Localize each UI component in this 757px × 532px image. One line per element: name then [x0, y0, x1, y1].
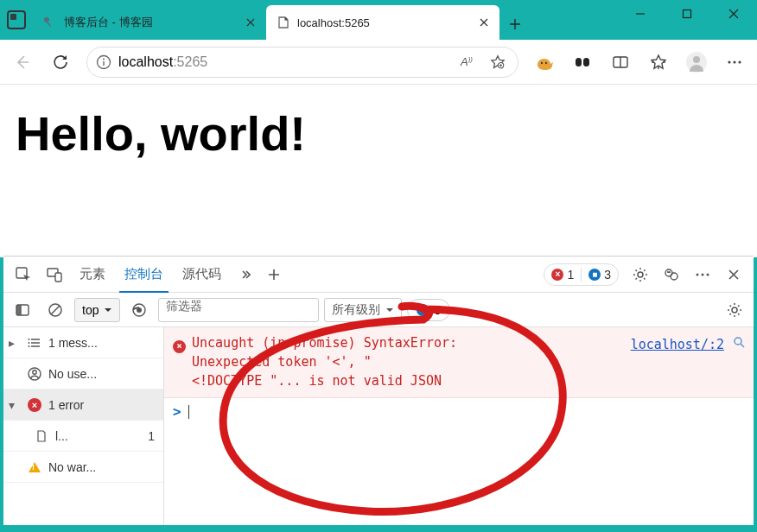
- add-tab-icon[interactable]: [259, 268, 289, 282]
- console-output: × Uncaught (in promise) SyntaxError: Une…: [164, 327, 754, 525]
- tab-sources[interactable]: 源代码: [174, 256, 230, 292]
- svg-rect-14: [55, 273, 61, 282]
- live-expression-icon[interactable]: [125, 296, 153, 324]
- reload-button[interactable]: [43, 45, 78, 79]
- feedback-icon[interactable]: [657, 260, 686, 289]
- error-source-link[interactable]: localhost/:2: [631, 336, 724, 355]
- svg-rect-0: [684, 10, 691, 18]
- devtools-panel: 元素 控制台 源代码 × 1 ■ 3: [3, 256, 754, 525]
- minimize-button[interactable]: [617, 0, 664, 28]
- log-level-selector[interactable]: 所有级别: [324, 298, 402, 322]
- extension-cat-icon[interactable]: [527, 45, 562, 79]
- svg-point-18: [697, 273, 699, 276]
- inspect-element-icon[interactable]: [9, 260, 38, 289]
- error-icon: ×: [173, 336, 186, 355]
- console-sidebar: ▸ 1 mess... No use... ▾ × 1 error: [3, 327, 164, 525]
- split-screen-icon[interactable]: [603, 45, 638, 79]
- devtools-tabbar: 元素 控制台 源代码 × 1 ■ 3: [3, 256, 754, 293]
- tab-favicon: [277, 16, 290, 29]
- maximize-button[interactable]: [664, 0, 710, 28]
- user-icon: [26, 365, 43, 383]
- chevron-down-icon: [104, 306, 112, 314]
- close-window-button[interactable]: [710, 0, 757, 28]
- info-dot-icon: ■: [588, 269, 601, 281]
- tab-favicon: [43, 16, 57, 29]
- new-tab-button[interactable]: [499, 9, 531, 40]
- svg-point-28: [29, 342, 30, 344]
- settings-icon[interactable]: [626, 260, 655, 289]
- console-prompt[interactable]: >: [164, 398, 754, 425]
- inspect-link-icon[interactable]: [733, 336, 745, 348]
- svg-rect-5: [583, 58, 589, 66]
- svg-point-11: [738, 60, 741, 63]
- info-dot-icon: ■: [417, 304, 429, 316]
- tab-title: localhost:5265: [297, 16, 470, 29]
- sidebar-item-user-messages[interactable]: No use...: [3, 358, 163, 390]
- svg-point-29: [29, 345, 30, 347]
- chevron-down-icon: [385, 306, 394, 314]
- info-count: 3: [604, 268, 611, 282]
- more-options-icon[interactable]: [688, 260, 717, 289]
- tab-close-button[interactable]: [477, 16, 491, 29]
- clear-console-icon[interactable]: [41, 296, 69, 324]
- svg-point-8: [693, 56, 700, 63]
- console-filter-input[interactable]: 筛选器: [158, 298, 319, 322]
- console-error-entry[interactable]: × Uncaught (in promise) SyntaxError: Une…: [164, 327, 754, 398]
- prompt-cursor: [188, 405, 189, 419]
- svg-point-32: [735, 338, 741, 345]
- extension-bb-icon[interactable]: [565, 45, 600, 79]
- file-icon: [33, 428, 50, 445]
- sidebar-item-warnings[interactable]: No war...: [3, 452, 163, 483]
- address-text: localhost:5265: [118, 54, 448, 70]
- console-filterbar: top 筛选器 所有级别 ■ 3: [3, 293, 754, 327]
- sidebar-item-errors[interactable]: ▾ × 1 error: [3, 390, 163, 421]
- tab-title: 博客后台 - 博客园: [64, 15, 237, 30]
- back-button[interactable]: [5, 45, 40, 79]
- browser-tab-active[interactable]: localhost:5265: [266, 5, 499, 40]
- error-icon: ×: [26, 396, 43, 414]
- device-toggle-icon[interactable]: [40, 260, 69, 289]
- favorites-icon[interactable]: [641, 45, 676, 79]
- console-settings-icon[interactable]: [721, 296, 748, 324]
- address-bar[interactable]: localhost:5265 A)): [86, 47, 518, 78]
- prompt-chevron-icon: >: [173, 403, 181, 420]
- tab-console[interactable]: 控制台: [116, 256, 172, 292]
- svg-rect-22: [16, 305, 21, 315]
- more-tabs-icon[interactable]: [232, 269, 258, 281]
- tab-elements[interactable]: 元素: [71, 256, 114, 292]
- page-heading: Hello, world!: [16, 105, 741, 162]
- read-aloud-icon[interactable]: A)): [454, 49, 480, 75]
- toggle-sidebar-icon[interactable]: [9, 296, 36, 324]
- svg-rect-4: [576, 58, 582, 66]
- error-text: Uncaught (in promise) SyntaxError: Unexp…: [192, 335, 457, 389]
- svg-point-15: [638, 272, 643, 277]
- tab-close-button[interactable]: [244, 16, 258, 29]
- favorite-icon[interactable]: [485, 49, 511, 75]
- caret-down-icon: ▾: [9, 398, 21, 412]
- page-content: Hello, world!: [0, 85, 757, 257]
- window-controls: [617, 0, 757, 40]
- issues-badge[interactable]: ■ 3: [407, 299, 450, 321]
- svg-point-10: [733, 60, 735, 63]
- window-titlebar: 博客后台 - 博客园 localhost:5265: [0, 0, 757, 40]
- caret-right-icon: ▸: [9, 336, 21, 350]
- svg-point-9: [728, 60, 730, 63]
- close-devtools-icon[interactable]: [719, 260, 748, 289]
- svg-point-26: [732, 307, 737, 313]
- site-info-icon[interactable]: [94, 53, 113, 72]
- svg-point-17: [671, 273, 677, 280]
- browser-toolbar: localhost:5265 A)): [0, 40, 757, 85]
- context-selector[interactable]: top: [74, 298, 120, 322]
- warning-icon: [26, 459, 43, 476]
- profile-avatar[interactable]: [679, 45, 714, 79]
- sidebar-item-error-source[interactable]: l... 1: [3, 421, 163, 452]
- issues-pill[interactable]: × 1 ■ 3: [544, 263, 619, 286]
- browser-tab-inactive[interactable]: 博客后台 - 博客园: [33, 5, 266, 40]
- list-icon: [26, 334, 43, 352]
- svg-point-31: [33, 370, 36, 373]
- sidebar-item-all-messages[interactable]: ▸ 1 mess...: [3, 327, 163, 358]
- workspaces-button[interactable]: [0, 0, 33, 40]
- error-dot-icon: ×: [551, 269, 563, 281]
- svg-point-20: [707, 273, 709, 276]
- menu-button[interactable]: [717, 45, 752, 79]
